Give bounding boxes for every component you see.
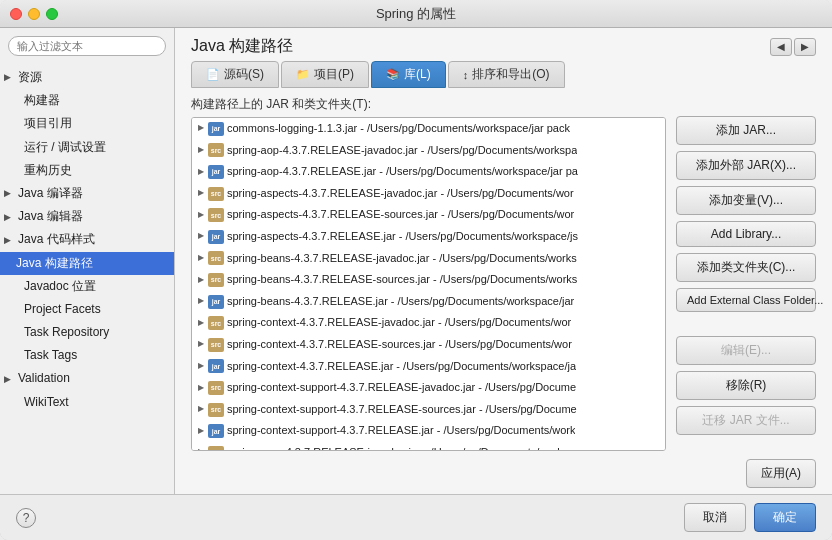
add-class-folder-button[interactable]: 添加类文件夹(C)... xyxy=(676,253,816,282)
jar-name: spring-context-support-4.3.7.RELEASE-jav… xyxy=(227,379,576,397)
add-external-jar-button[interactable]: 添加外部 JAR(X)... xyxy=(676,151,816,180)
expand-arrow: ▶ xyxy=(198,144,208,157)
expand-arrow: ▶ xyxy=(198,295,208,308)
expand-arrow: ▶ xyxy=(4,233,16,247)
jar-name: spring-aspects-4.3.7.RELEASE.jar - /User… xyxy=(227,228,578,246)
tab-libraries-label: 库(L) xyxy=(404,66,431,83)
expand-arrow: ▶ xyxy=(4,70,16,84)
jar-icon: src xyxy=(208,338,224,352)
libraries-tab-icon: 📚 xyxy=(386,68,400,81)
list-item[interactable]: ▶srcspring-context-4.3.7.RELEASE-sources… xyxy=(192,334,665,356)
apply-row: 应用(A) xyxy=(175,459,832,494)
sidebar-item-run-debug[interactable]: 运行 / 调试设置 xyxy=(0,136,174,159)
sidebar-item-javadoc-pos[interactable]: Javadoc 位置 xyxy=(0,275,174,298)
list-item[interactable]: ▶jarspring-context-support-4.3.7.RELEASE… xyxy=(192,420,665,442)
sidebar-item-task-repository[interactable]: Task Repository xyxy=(0,321,174,344)
apply-button[interactable]: 应用(A) xyxy=(746,459,816,488)
jar-icon: jar xyxy=(208,165,224,179)
jar-icon: src xyxy=(208,316,224,330)
order-tab-icon: ↕ xyxy=(463,69,469,81)
expand-arrow: ▶ xyxy=(198,209,208,222)
tab-order[interactable]: ↕ 排序和导出(O) xyxy=(448,61,565,88)
jar-name: spring-beans-4.3.7.RELEASE-javadoc.jar -… xyxy=(227,250,577,268)
expand-arrow: ▶ xyxy=(198,403,208,416)
confirm-button[interactable]: 确定 xyxy=(754,503,816,532)
list-item[interactable]: ▶srcspring-context-support-4.3.7.RELEASE… xyxy=(192,399,665,421)
sidebar-item-validation[interactable]: ▶ Validation xyxy=(0,367,174,390)
sidebar-item-resources[interactable]: ▶ 资源 xyxy=(0,66,174,89)
expand-arrow: ▶ xyxy=(4,186,16,200)
jar-icon: jar xyxy=(208,122,224,136)
add-jar-button[interactable]: 添加 JAR... xyxy=(676,116,816,145)
panel-header-row: Java 构建路径 ◀ ▶ xyxy=(175,28,832,57)
minimize-button[interactable] xyxy=(28,8,40,20)
list-item[interactable]: ▶srcspring-aspects-4.3.7.RELEASE-sources… xyxy=(192,204,665,226)
edit-button[interactable]: 编辑(E)... xyxy=(676,336,816,365)
expand-arrow: ▶ xyxy=(198,274,208,287)
sidebar-item-refactor-history[interactable]: 重构历史 xyxy=(0,159,174,182)
expand-arrow: ▶ xyxy=(198,360,208,373)
sidebar-item-java-editor[interactable]: ▶ Java 编辑器 xyxy=(0,205,174,228)
jar-name: spring-beans-4.3.7.RELEASE-sources.jar -… xyxy=(227,271,577,289)
list-item[interactable]: ▶srcspring-context-4.3.7.RELEASE-javadoc… xyxy=(192,312,665,334)
migrate-jar-button[interactable]: 迁移 JAR 文件... xyxy=(676,406,816,435)
jar-name: spring-context-4.3.7.RELEASE-sources.jar… xyxy=(227,336,572,354)
expand-arrow: ▶ xyxy=(198,252,208,265)
sidebar-item-task-tags[interactable]: Task Tags xyxy=(0,344,174,367)
list-item[interactable]: ▶srcspring-beans-4.3.7.RELEASE-javadoc.j… xyxy=(192,248,665,270)
add-variable-button[interactable]: 添加变量(V)... xyxy=(676,186,816,215)
tab-projects[interactable]: 📁 项目(P) xyxy=(281,61,369,88)
jar-icon: jar xyxy=(208,424,224,438)
list-item[interactable]: ▶jarspring-aop-4.3.7.RELEASE.jar - /User… xyxy=(192,161,665,183)
jar-icon: jar xyxy=(208,295,224,309)
nav-arrows: ◀ ▶ xyxy=(770,38,816,56)
jar-name: spring-aspects-4.3.7.RELEASE-sources.jar… xyxy=(227,206,574,224)
list-item[interactable]: ▶jarcommons-logging-1.1.3.jar - /Users/p… xyxy=(192,118,665,140)
sidebar-item-builder[interactable]: 构建器 xyxy=(0,89,174,112)
tab-projects-label: 项目(P) xyxy=(314,66,354,83)
expand-arrow: ▶ xyxy=(198,446,208,451)
content-area: 构建路径上的 JAR 和类文件夹(T): ▶jarcommons-logging… xyxy=(175,88,832,459)
cancel-button[interactable]: 取消 xyxy=(684,503,746,532)
bottom-right: 取消 确定 xyxy=(684,503,816,532)
sidebar-item-project-ref[interactable]: 项目引用 xyxy=(0,112,174,135)
remove-button[interactable]: 移除(R) xyxy=(676,371,816,400)
list-item[interactable]: ▶jarspring-aspects-4.3.7.RELEASE.jar - /… xyxy=(192,226,665,248)
list-item[interactable]: ▶srcspring-aspects-4.3.7.RELEASE-javadoc… xyxy=(192,183,665,205)
jar-name: spring-beans-4.3.7.RELEASE.jar - /Users/… xyxy=(227,293,574,311)
right-panel: Java 构建路径 ◀ ▶ 📄 源码(S) 📁 项目(P) 📚 xyxy=(175,28,832,494)
expand-arrow: ▶ xyxy=(198,230,208,243)
list-item[interactable]: ▶srcspring-aop-4.3.7.RELEASE-javadoc.jar… xyxy=(192,140,665,162)
search-input[interactable] xyxy=(8,36,166,56)
tab-source[interactable]: 📄 源码(S) xyxy=(191,61,279,88)
help-button[interactable]: ? xyxy=(16,508,36,528)
list-item[interactable]: ▶jarspring-context-4.3.7.RELEASE.jar - /… xyxy=(192,356,665,378)
nav-prev-button[interactable]: ◀ xyxy=(770,38,792,56)
list-item[interactable]: ▶jarspring-beans-4.3.7.RELEASE.jar - /Us… xyxy=(192,291,665,313)
jar-list[interactable]: ▶jarcommons-logging-1.1.3.jar - /Users/p… xyxy=(191,117,666,451)
jar-name: spring-context-4.3.7.RELEASE.jar - /User… xyxy=(227,358,576,376)
tab-libraries[interactable]: 📚 库(L) xyxy=(371,61,446,88)
list-item[interactable]: ▶srcspring-beans-4.3.7.RELEASE-sources.j… xyxy=(192,269,665,291)
add-external-class-folder-button[interactable]: Add External Class Folder... xyxy=(676,288,816,312)
add-library-button[interactable]: Add Library... xyxy=(676,221,816,247)
sidebar: ▶ 资源 构建器 项目引用 运行 / 调试设置 重构历史 ▶ xyxy=(0,28,175,494)
sidebar-item-project-facets[interactable]: Project Facets xyxy=(0,298,174,321)
jar-icon: src xyxy=(208,273,224,287)
sidebar-item-wikitext[interactable]: WikiText xyxy=(0,391,174,414)
expand-arrow: ▶ xyxy=(198,187,208,200)
sidebar-item-java-codestyle[interactable]: ▶ Java 代码样式 xyxy=(0,228,174,251)
tab-source-label: 源码(S) xyxy=(224,66,264,83)
nav-next-button[interactable]: ▶ xyxy=(794,38,816,56)
list-item[interactable]: ▶srcspring-context-support-4.3.7.RELEASE… xyxy=(192,377,665,399)
jar-icon: jar xyxy=(208,359,224,373)
expand-arrow: ▶ xyxy=(198,382,208,395)
maximize-button[interactable] xyxy=(46,8,58,20)
jar-icon: src xyxy=(208,381,224,395)
close-button[interactable] xyxy=(10,8,22,20)
list-item[interactable]: ▶srcspring-core-4.3.7.RELEASE-javadoc.ja… xyxy=(192,442,665,451)
bottom-bar: ? 取消 确定 xyxy=(0,494,832,540)
sidebar-item-java-compiler[interactable]: ▶ Java 编译器 xyxy=(0,182,174,205)
sidebar-item-java-buildpath[interactable]: Java 构建路径 xyxy=(0,252,174,275)
list-section: 构建路径上的 JAR 和类文件夹(T): ▶jarcommons-logging… xyxy=(191,96,666,451)
